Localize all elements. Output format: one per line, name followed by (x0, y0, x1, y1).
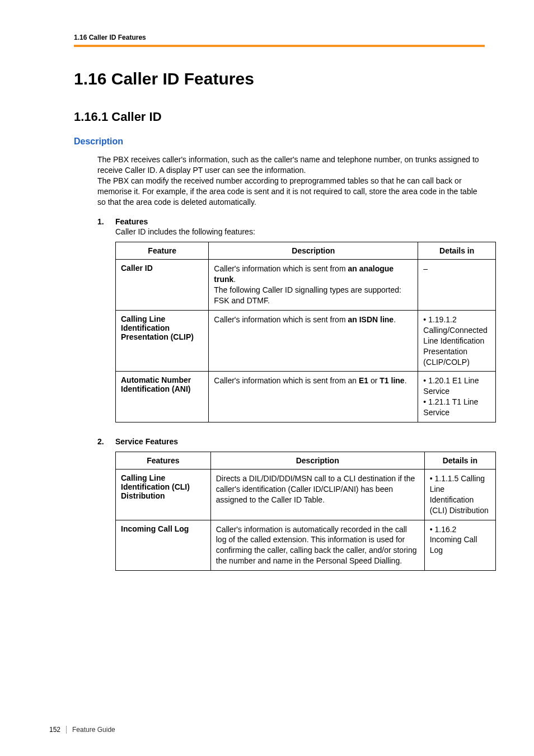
numbered-item-1: 1. Features Caller ID includes the follo… (97, 217, 485, 236)
running-header: 1.16 Caller ID Features (74, 34, 485, 41)
cell-description: Caller's information which is sent from … (209, 311, 418, 372)
intro-line-2: The PBX can modify the received number a… (97, 176, 477, 206)
page-footer: 152 Feature Guide (49, 726, 115, 734)
desc-pre: Caller's information which is sent from (214, 315, 345, 324)
desc-bold-t1: T1 line (380, 376, 404, 385)
table-row: Automatic Number Identification (ANI) Ca… (116, 372, 496, 422)
details-line-1: • 1.20.1 E1 Line Service (423, 376, 479, 396)
desc-bold-e1: E1 (359, 376, 368, 385)
cell-details: – (418, 260, 496, 311)
th-description: Description (209, 242, 418, 260)
intro-line-1: The PBX receives caller's information, s… (97, 155, 479, 175)
cell-details: • 1.20.1 E1 Line Service • 1.21.1 T1 Lin… (418, 372, 496, 422)
table-row: Incoming Call Log Caller's information i… (116, 520, 496, 571)
cell-description: Caller's information which is sent from … (209, 260, 418, 311)
desc-extra: The following Caller ID signalling types… (214, 285, 401, 305)
service-features-table: Features Description Details in Calling … (115, 452, 496, 571)
th-features: Features (116, 452, 211, 469)
desc-bold: an ISDN line (348, 315, 394, 324)
details-line-2: • 1.21.1 T1 Line Service (423, 397, 478, 417)
table-header-row: Features Description Details in (116, 452, 496, 469)
th-details: Details in (424, 452, 495, 469)
desc-pre: Caller's information which is sent from … (214, 376, 359, 385)
list-2-number: 2. (97, 437, 107, 446)
footer-divider (66, 726, 67, 734)
cell-details: • 1.16.2 Incoming Call Log (424, 520, 495, 571)
desc-post: . (233, 275, 236, 284)
desc-post: . (394, 315, 396, 324)
table-row: Calling Line Identification (CLI) Distri… (116, 469, 496, 520)
table-header-row: Feature Description Details in (116, 242, 496, 260)
list-1-subtext: Caller ID includes the following feature… (115, 227, 485, 236)
heading-3-description: Description (74, 137, 485, 147)
table-row: Caller ID Caller's information which is … (116, 260, 496, 311)
cell-feature: Caller ID (116, 260, 209, 311)
cell-description: Directs a DIL/DID/DDI/MSN call to a CLI … (210, 469, 424, 520)
cell-feature: Calling Line Identification Presentation… (116, 311, 209, 372)
cell-details: • 1.19.1.2 Calling/Connected Line Identi… (418, 311, 496, 372)
header-accent-bar (74, 45, 485, 47)
list-1-title: Features (115, 217, 148, 226)
numbered-item-2: 2. Service Features (97, 437, 485, 446)
th-details: Details in (418, 242, 496, 260)
desc-pre: Caller's information which is sent from (214, 264, 345, 273)
list-2-title: Service Features (115, 437, 178, 446)
cell-description: Caller's information is automatically re… (210, 520, 424, 571)
th-feature: Feature (116, 242, 209, 260)
heading-2: 1.16.1 Caller ID (74, 110, 485, 124)
table-row: Calling Line Identification Presentation… (116, 311, 496, 372)
cell-feature: Calling Line Identification (CLI) Distri… (116, 469, 211, 520)
cell-details: • 1.1.1.5 Calling Line Identification (C… (424, 469, 495, 520)
cell-description: Caller's information which is sent from … (209, 372, 418, 422)
desc-mid: or (368, 376, 380, 385)
list-1-number: 1. (97, 217, 107, 226)
heading-1: 1.16 Caller ID Features (74, 69, 485, 88)
cell-feature: Automatic Number Identification (ANI) (116, 372, 209, 422)
footer-guide-label: Feature Guide (72, 726, 115, 734)
intro-paragraph: The PBX receives caller's information, s… (97, 154, 485, 207)
cell-feature: Incoming Call Log (116, 520, 211, 571)
th-description: Description (210, 452, 424, 469)
features-table: Feature Description Details in Caller ID… (115, 242, 496, 422)
desc-post: . (405, 376, 407, 385)
page-number: 152 (49, 726, 60, 734)
